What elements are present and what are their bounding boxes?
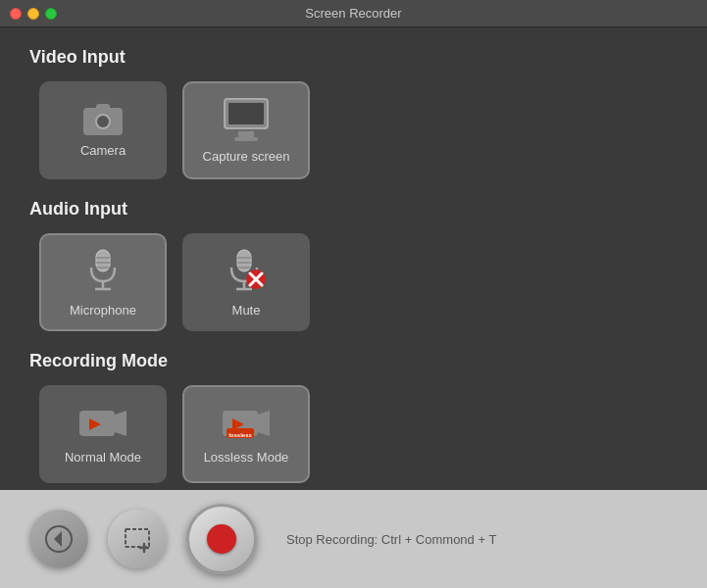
video-input-buttons: Camera Capture screen xyxy=(29,81,678,179)
svg-marker-17 xyxy=(115,411,126,436)
microphone-icon-area xyxy=(83,248,123,295)
capture-screen-button[interactable]: Capture screen xyxy=(182,81,310,179)
svg-rect-25 xyxy=(126,529,149,547)
mute-button[interactable]: Mute xyxy=(182,233,310,331)
minimize-button[interactable] xyxy=(27,8,39,20)
lossless-mode-icon-area: lossless xyxy=(221,405,272,442)
back-icon xyxy=(44,524,74,554)
stop-recording-shortcut: Stop Recording: Ctrl + Commond + T xyxy=(286,532,496,547)
capture-screen-label: Capture screen xyxy=(203,149,290,164)
video-input-label: Video Input xyxy=(29,47,678,68)
normal-mode-label: Normal Mode xyxy=(65,450,141,465)
camera-label: Camera xyxy=(80,143,126,158)
normal-mode-icon-area xyxy=(77,405,128,442)
audio-input-label: Audio Input xyxy=(29,199,678,220)
audio-input-buttons: Microphone xyxy=(29,233,678,331)
main-content: Video Input Camera xyxy=(0,27,707,490)
recording-mode-label: Recording Mode xyxy=(29,351,678,371)
close-button[interactable] xyxy=(10,8,22,20)
screenshot-icon xyxy=(123,524,152,554)
microphone-label: Microphone xyxy=(70,303,136,318)
recording-mode-section: Recording Mode Normal Mode xyxy=(29,351,678,483)
mute-icon-area xyxy=(223,248,270,295)
monitor-icon xyxy=(224,98,269,141)
record-button[interactable] xyxy=(186,504,257,574)
svg-marker-24 xyxy=(54,531,62,547)
audio-input-section: Audio Input xyxy=(29,199,678,331)
camera-icon-area xyxy=(81,104,125,135)
mute-icon xyxy=(223,248,270,295)
monitor-icon-area xyxy=(224,98,269,141)
bottom-bar: Stop Recording: Ctrl + Commond + T xyxy=(0,490,707,588)
screenshot-button[interactable] xyxy=(108,510,167,568)
lossless-mode-button[interactable]: lossless Lossless Mode xyxy=(182,385,310,483)
maximize-button[interactable] xyxy=(45,8,57,20)
normal-mode-button[interactable]: Normal Mode xyxy=(39,385,167,483)
svg-marker-20 xyxy=(258,411,270,436)
normal-mode-icon xyxy=(77,405,128,442)
lossless-mode-label: Lossless Mode xyxy=(204,450,289,465)
back-button[interactable] xyxy=(29,510,88,568)
camera-button[interactable]: Camera xyxy=(39,81,167,179)
camera-icon xyxy=(81,104,125,135)
lossless-mode-icon: lossless xyxy=(221,405,272,442)
traffic-lights[interactable] xyxy=(10,8,57,20)
window-title: Screen Recorder xyxy=(305,6,401,21)
mute-label: Mute xyxy=(232,303,261,318)
svg-text:lossless: lossless xyxy=(228,431,252,437)
video-input-section: Video Input Camera xyxy=(29,47,678,179)
recording-mode-buttons: Normal Mode lossless xyxy=(29,385,678,483)
microphone-icon xyxy=(83,248,123,295)
microphone-button[interactable]: Microphone xyxy=(39,233,167,331)
record-dot xyxy=(207,524,236,554)
title-bar: Screen Recorder xyxy=(0,0,707,27)
